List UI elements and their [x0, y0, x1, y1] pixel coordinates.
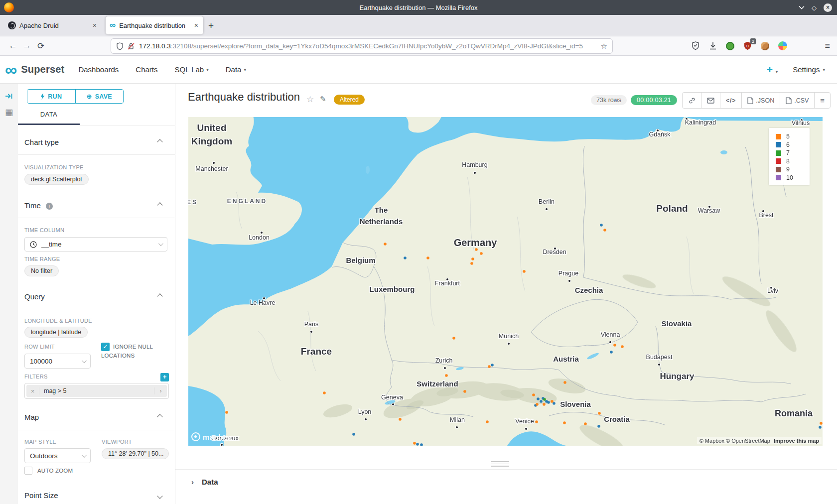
scatter-point[interactable]: [426, 256, 429, 259]
scatter-point[interactable]: [225, 411, 228, 414]
save-button[interactable]: ⊕ SAVE: [75, 90, 124, 103]
navbar-item-dashboards[interactable]: Dashboards: [78, 65, 119, 74]
dataset-grid-icon[interactable]: ▦: [0, 106, 18, 119]
scatter-point[interactable]: [488, 365, 491, 368]
chart-menu-button[interactable]: ≡: [814, 93, 830, 108]
auto-zoom-checkbox[interactable]: [24, 467, 32, 475]
scatter-point[interactable]: [584, 422, 587, 425]
tracking-shield-icon[interactable]: [116, 42, 124, 50]
data-collapse-panel[interactable]: › Data: [175, 469, 837, 504]
settings-menu[interactable]: Settings▾: [793, 65, 825, 74]
scatter-point[interactable]: [598, 412, 601, 415]
copy-link-button[interactable]: [683, 93, 701, 108]
scatter-point[interactable]: [597, 425, 600, 428]
run-button[interactable]: RUN: [27, 90, 75, 103]
scatter-point[interactable]: [535, 420, 538, 423]
resize-drag-handle[interactable]: [491, 461, 509, 468]
scatter-point[interactable]: [416, 443, 419, 446]
scatter-point[interactable]: [486, 420, 489, 423]
scatter-point[interactable]: [819, 426, 822, 429]
scatter-point[interactable]: [540, 400, 543, 403]
scatter-point[interactable]: [543, 398, 546, 401]
navbar-item-data[interactable]: Data▾: [226, 65, 246, 74]
scatter-point[interactable]: [491, 364, 494, 367]
window-shade-icon[interactable]: [799, 5, 805, 9]
section-time[interactable]: Time i: [24, 201, 169, 210]
time-range-value[interactable]: No filter: [24, 265, 59, 276]
tab-close-icon[interactable]: ×: [193, 21, 199, 29]
time-column-select[interactable]: __time: [24, 237, 167, 252]
remove-filter-icon[interactable]: ×: [26, 387, 39, 395]
scatter-point[interactable]: [621, 345, 624, 348]
window-maximize-icon[interactable]: ◇: [812, 4, 817, 11]
scatter-point[interactable]: [323, 391, 326, 394]
scatter-point[interactable]: [532, 393, 535, 396]
export-csv-button[interactable]: .CSV: [780, 93, 814, 108]
embed-code-button[interactable]: </>: [720, 93, 741, 108]
scatter-point[interactable]: [475, 248, 478, 251]
section-query[interactable]: Query: [24, 292, 169, 301]
scatter-point[interactable]: [613, 344, 616, 347]
scatter-point[interactable]: [603, 229, 606, 232]
tab-earthquake-distribution[interactable]: ∞ Earthquake distribution ×: [106, 16, 203, 34]
improve-map-link[interactable]: Improve this map: [774, 438, 819, 444]
bookmark-star-icon[interactable]: ☆: [601, 42, 607, 51]
chevron-right-icon[interactable]: ›: [154, 387, 167, 394]
scatter-point[interactable]: [404, 256, 407, 259]
scatter-point[interactable]: [452, 337, 455, 340]
viz-type-value[interactable]: deck.gl Scatterplot: [24, 174, 89, 185]
favorite-star-icon[interactable]: ☆: [306, 94, 314, 105]
scatter-point[interactable]: [553, 402, 556, 405]
scatter-point[interactable]: [610, 351, 613, 354]
pocket-shield-icon[interactable]: [691, 41, 700, 51]
scatter-point[interactable]: [600, 224, 603, 227]
new-item-button[interactable]: + ▾: [767, 64, 778, 76]
add-filter-button[interactable]: +: [160, 373, 169, 381]
scatter-point[interactable]: [537, 397, 540, 400]
scatter-point[interactable]: [413, 442, 416, 445]
scatter-point[interactable]: [352, 433, 355, 436]
scatter-point[interactable]: [399, 418, 402, 421]
insecure-lock-icon[interactable]: [128, 42, 135, 50]
scatter-point[interactable]: [536, 403, 539, 406]
mapbox-logo[interactable]: mapbox: [191, 432, 232, 441]
map-style-select[interactable]: Outdoors: [24, 448, 91, 463]
altered-badge[interactable]: Altered: [334, 95, 365, 105]
scatter-point[interactable]: [463, 390, 466, 393]
tab-data[interactable]: DATA: [18, 111, 80, 118]
scatter-point[interactable]: [480, 252, 483, 255]
filter-chip[interactable]: × mag > 5 ›: [26, 385, 167, 397]
tab-close-icon[interactable]: ×: [92, 21, 98, 29]
section-chart-type[interactable]: Chart type: [24, 138, 169, 146]
scatter-point[interactable]: [563, 381, 566, 384]
privacy-badger-icon[interactable]: [725, 41, 735, 51]
back-button[interactable]: ←: [6, 41, 20, 51]
section-point-size[interactable]: Point Size: [24, 491, 169, 500]
ignore-null-checkbox[interactable]: ✓: [101, 343, 110, 351]
scatter-point[interactable]: [470, 262, 473, 265]
scatter-point[interactable]: [523, 270, 526, 273]
edit-title-icon[interactable]: ✎: [320, 95, 326, 104]
scatter-point[interactable]: [551, 400, 554, 403]
lonlat-value[interactable]: longitude | latitude: [24, 327, 88, 338]
scatter-point[interactable]: [547, 401, 550, 404]
email-button[interactable]: [701, 93, 720, 108]
window-close-icon[interactable]: ×: [824, 3, 832, 12]
expand-datasource-icon[interactable]: [0, 90, 18, 103]
deckgl-map[interactable]: UnitedKingdomFranceGermanyPolandBelgiumT…: [188, 117, 823, 446]
scatter-point[interactable]: [384, 243, 387, 246]
reload-button[interactable]: ⟳: [34, 41, 48, 51]
tab-apache-druid[interactable]: Apache Druid ×: [4, 16, 102, 34]
multicolor-asterisk-icon[interactable]: [778, 41, 787, 51]
cookie-icon[interactable]: [760, 41, 770, 51]
navbar-item-charts[interactable]: Charts: [136, 65, 157, 74]
row-limit-select[interactable]: 100000: [24, 354, 91, 369]
url-text[interactable]: 172.18.0.3:32108/superset/explore/?form_…: [139, 42, 601, 50]
url-bar[interactable]: 172.18.0.3:32108/superset/explore/?form_…: [111, 38, 613, 54]
scatter-point[interactable]: [543, 403, 546, 406]
firefox-menu-icon[interactable]: ≡: [825, 41, 830, 51]
scatter-point[interactable]: [445, 374, 448, 377]
new-tab-button[interactable]: +: [208, 20, 214, 31]
superset-logo[interactable]: ∞: [5, 62, 17, 77]
export-json-button[interactable]: .JSON: [741, 93, 780, 108]
